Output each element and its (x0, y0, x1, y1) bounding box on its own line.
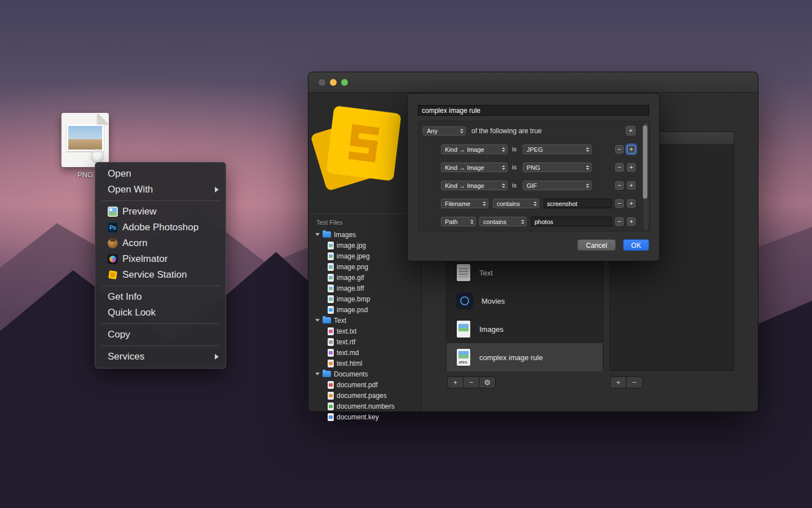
list-row-label: Images (479, 325, 504, 334)
rule-value-popup[interactable]: PNG (523, 163, 592, 172)
menu-item-service-station[interactable]: Service Station (95, 267, 226, 283)
tree-item-label: Text (334, 317, 346, 325)
tree-item-label: document.key (337, 413, 379, 421)
menu-separator (102, 323, 219, 324)
tree-item-label: image.jpg (337, 242, 366, 249)
add-root-rule-button[interactable]: + (626, 126, 636, 135)
remove-menu-item-button[interactable]: − (626, 377, 642, 388)
rule-text-input[interactable] (531, 217, 612, 226)
tree-file[interactable]: text.html (308, 358, 421, 369)
file-icon (328, 349, 334, 357)
rule-operator-popup[interactable]: contains (493, 199, 539, 208)
list-row-images[interactable]: Images (447, 315, 603, 343)
menu-item-quick-look[interactable]: Quick Look (95, 305, 226, 321)
rule-attribute-popup[interactable]: Kind → Image (441, 163, 508, 172)
rule-text-input[interactable] (544, 199, 612, 208)
rule-operator-label: is (512, 181, 517, 190)
tree-file[interactable]: text.txt (308, 326, 421, 336)
tree-item-label: text.rtf (337, 338, 355, 346)
folder-icon (323, 317, 331, 323)
window-titlebar[interactable] (308, 72, 758, 93)
disclosure-triangle-icon[interactable] (315, 233, 320, 236)
rule-operator-popup[interactable]: contains (479, 217, 527, 226)
image-document-icon (457, 321, 470, 338)
menu-item-label: Adobe Photoshop (122, 222, 198, 233)
tree-file[interactable]: image.psd (308, 304, 421, 315)
menu-item-services[interactable]: Services (95, 349, 226, 365)
menu-item-copy[interactable]: Copy (95, 327, 226, 343)
tree-file[interactable]: image.png (308, 261, 421, 272)
tree-file[interactable]: text.md (308, 347, 421, 358)
popup-chevrons-icon (521, 220, 524, 224)
remove-rule-button[interactable]: − (464, 377, 479, 388)
menu-item-photoshop[interactable]: Ps Adobe Photoshop (95, 220, 226, 235)
gear-icon[interactable]: ⚙ (479, 377, 495, 388)
rule-attribute-popup[interactable]: Path (441, 217, 476, 226)
menu-item-preview[interactable]: Preview (95, 204, 226, 220)
tree-folder-images[interactable]: Images (308, 229, 421, 240)
tree-item-label: image.png (337, 263, 368, 271)
minimize-button[interactable] (330, 79, 337, 86)
close-button[interactable] (319, 79, 325, 86)
remove-rule-row-button[interactable]: − (615, 181, 624, 190)
list-row-text[interactable]: Text (447, 259, 603, 287)
disclosure-triangle-icon[interactable] (315, 373, 320, 375)
popup-chevrons-icon (460, 129, 464, 133)
zoom-button[interactable] (341, 79, 348, 86)
popup-chevrons-icon (502, 147, 505, 152)
list-row-movies[interactable]: Movies (447, 287, 603, 315)
tree-file[interactable]: text.rtf (308, 336, 421, 347)
rule-value-popup[interactable]: GIF (523, 181, 592, 190)
list-row-complex-image-rule[interactable]: JPEG complex image rule (447, 343, 603, 371)
tree-file[interactable]: document.pages (308, 390, 421, 401)
add-menu-item-button[interactable]: + (611, 377, 626, 388)
disclosure-triangle-icon[interactable] (315, 319, 320, 322)
tree-file[interactable]: image.jpg (308, 240, 421, 251)
rule-name-input[interactable] (418, 105, 649, 116)
tree-folder-text[interactable]: Text (308, 315, 421, 326)
ok-button[interactable]: OK (623, 239, 649, 251)
scrollbar-thumb[interactable] (643, 125, 647, 199)
add-rule-row-button[interactable]: + (627, 145, 636, 154)
remove-rule-row-button[interactable]: − (615, 217, 624, 226)
rule-attribute-popup[interactable]: Filename (441, 199, 488, 208)
remove-rule-row-button[interactable]: − (615, 163, 624, 172)
file-icon (328, 274, 334, 282)
add-rule-row-button[interactable]: + (627, 163, 636, 172)
scrollbar-track[interactable] (643, 122, 648, 230)
tree-file[interactable]: image.bmp (308, 294, 421, 304)
rule-attribute-value: Kind → Image (445, 164, 484, 171)
add-rule-button[interactable]: + (448, 377, 464, 388)
tree-file[interactable]: document.numbers (308, 401, 421, 411)
rule-attribute-popup[interactable]: Kind → Image (441, 144, 508, 154)
tree-file[interactable]: document.pdf (308, 379, 421, 390)
tree-item-label: text.html (337, 360, 362, 367)
add-rule-row-button[interactable]: + (627, 217, 636, 226)
text-document-icon (457, 264, 470, 281)
rule-operator-label: is (512, 144, 517, 154)
tree-file[interactable]: image.tiff (308, 283, 421, 294)
remove-rule-row-button[interactable]: − (615, 199, 624, 208)
add-rule-row-button[interactable]: + (627, 181, 636, 190)
remove-rule-row-button[interactable]: − (615, 145, 624, 154)
tree-file[interactable]: image.gif (308, 272, 421, 283)
match-type-popup[interactable]: Any (423, 126, 466, 135)
menu-item-get-info[interactable]: Get Info (95, 289, 226, 305)
popup-chevrons-icon (586, 165, 589, 170)
menu-item-open-with[interactable]: Open With (95, 182, 226, 198)
file-icon (328, 242, 334, 249)
cancel-button[interactable]: Cancel (577, 239, 616, 251)
file-thumbnail-icon[interactable] (61, 113, 109, 167)
tree-folder-documents[interactable]: Documents (308, 369, 421, 379)
rule-value-popup[interactable]: JPEG (523, 144, 592, 154)
rule-attribute-popup[interactable]: Kind → Image (441, 181, 508, 190)
menu-item-pixelmator[interactable]: Pixelmator (95, 251, 226, 267)
tree-item-label: image.jpeg (337, 252, 370, 260)
add-rule-row-button[interactable]: + (627, 199, 636, 208)
magnifier-icon (90, 148, 104, 163)
tree-file[interactable]: image.jpeg (308, 251, 421, 261)
tree-file[interactable]: document.key (308, 411, 421, 422)
menu-item-acorn[interactable]: Acorn (95, 235, 226, 251)
rule-value: JPEG (527, 146, 543, 153)
menu-item-open[interactable]: Open (95, 166, 226, 182)
